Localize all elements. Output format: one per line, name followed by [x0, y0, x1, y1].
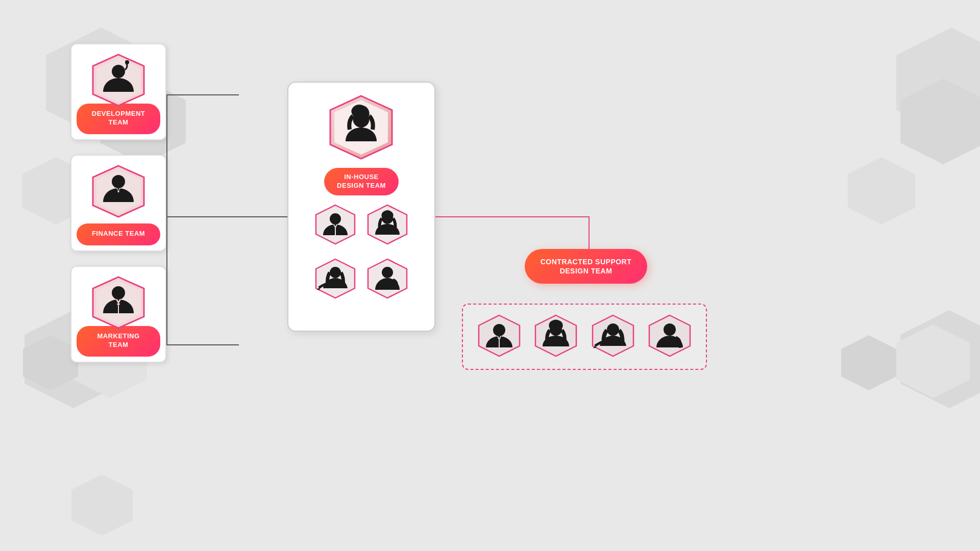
inhouse-members-grid	[306, 203, 416, 302]
contracted-member-4	[647, 313, 692, 360]
contracted-member-1	[477, 313, 522, 360]
inhouse-avatar	[327, 93, 396, 164]
svg-point-56	[664, 323, 676, 336]
inhouse-member-2	[366, 203, 409, 248]
inhouse-design-card: IN-HOUSE DESIGN TEAM	[287, 82, 435, 332]
connector-h-top	[166, 94, 239, 95]
svg-point-57	[678, 344, 682, 348]
svg-point-54	[607, 323, 619, 336]
svg-point-43	[330, 267, 341, 278]
connector-vertical-left	[166, 94, 167, 344]
contracted-members-box	[462, 304, 707, 370]
svg-point-48	[493, 324, 505, 336]
inhouse-member-4	[366, 257, 409, 302]
center-hero: IN-HOUSE DESIGN TEAM	[324, 93, 399, 195]
development-team-label: DEVELOPMENT TEAM	[77, 104, 160, 134]
contracted-support-label: CONTRACTED SUPPORT DESIGN TEAM	[525, 249, 647, 284]
svg-point-19	[125, 60, 129, 64]
inhouse-team-label: IN-HOUSE DESIGN TEAM	[324, 168, 399, 195]
inhouse-member-3	[314, 257, 357, 302]
development-team-avatar	[90, 52, 146, 108]
inhouse-member-1	[314, 203, 357, 248]
contracted-member-3	[591, 313, 635, 360]
marketing-team-avatar	[90, 274, 146, 331]
svg-point-18	[112, 65, 125, 78]
marketing-team-label: MARKETING TEAM	[77, 326, 160, 357]
connector-right-h	[435, 216, 589, 217]
connector-h-mid	[166, 216, 287, 217]
contracted-member-2	[533, 313, 578, 360]
main-content: DEVELOPMENT TEAM	[0, 0, 980, 551]
connector-h-bot	[166, 344, 239, 345]
marketing-team-card: MARKETING TEAM	[70, 266, 166, 363]
finance-team-avatar	[90, 163, 146, 219]
svg-point-37	[330, 213, 341, 224]
development-team-card: DEVELOPMENT TEAM	[70, 43, 166, 140]
left-team-column: DEVELOPMENT TEAM	[70, 43, 166, 363]
finance-team-card: FINANCE TEAM	[70, 155, 166, 252]
svg-point-46	[395, 286, 399, 290]
svg-point-29	[112, 286, 125, 299]
svg-point-23	[112, 175, 125, 188]
finance-team-label: FINANCE TEAM	[77, 223, 160, 245]
svg-point-45	[382, 267, 393, 278]
